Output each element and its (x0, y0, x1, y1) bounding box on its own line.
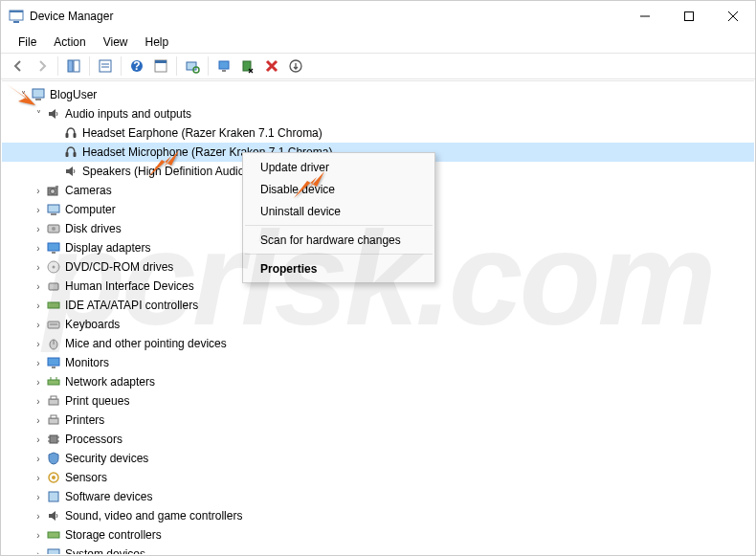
chevron-right-icon[interactable]: › (33, 242, 44, 254)
tb-scan-icon[interactable] (181, 55, 204, 78)
tree-device-label: Headset Earphone (Razer Kraken 7.1 Chrom… (82, 126, 322, 140)
svg-rect-31 (48, 205, 59, 212)
tb-show-hide-icon[interactable] (62, 55, 85, 78)
maximize-button[interactable] (667, 1, 711, 32)
chevron-right-icon[interactable]: › (33, 261, 44, 273)
chevron-right-icon[interactable]: › (33, 395, 44, 407)
tree-category-label: System devices (65, 547, 145, 554)
chevron-right-icon[interactable]: › (33, 204, 44, 215)
ctx-update-driver[interactable]: Update driver (243, 156, 434, 178)
chevron-right-icon[interactable]: › (33, 338, 44, 349)
category-icon (46, 278, 61, 294)
app-icon (9, 9, 24, 24)
chevron-down-icon[interactable]: ˅ (17, 89, 29, 100)
tree-category-label: Sensors (65, 471, 107, 484)
category-icon (46, 432, 61, 447)
tree-category[interactable]: ›IDE ATA/ATAPI controllers (2, 296, 754, 315)
tb-properties-icon[interactable] (94, 55, 117, 78)
svg-rect-53 (51, 415, 56, 418)
tree-category[interactable]: ›Processors (2, 430, 754, 449)
tree-category[interactable]: ›Keyboards (2, 315, 754, 334)
ctx-scan-hardware[interactable]: Scan for hardware changes (243, 229, 434, 251)
tb-separator (121, 56, 122, 76)
chevron-right-icon[interactable]: › (33, 300, 44, 311)
tb-back-icon[interactable] (7, 55, 30, 78)
tree-category[interactable]: ›Network adapters (2, 372, 754, 391)
chevron-right-icon[interactable]: › (33, 472, 44, 483)
chevron-right-icon[interactable]: › (33, 223, 44, 234)
svg-rect-26 (66, 152, 69, 157)
tree-category-label: Disk drives (65, 222, 122, 235)
svg-rect-61 (49, 492, 58, 501)
svg-rect-25 (74, 133, 77, 138)
chevron-right-icon[interactable]: › (33, 434, 44, 445)
tb-disable-icon[interactable] (236, 55, 259, 78)
tree-category[interactable]: ›Monitors (2, 353, 754, 372)
tree-category[interactable]: ›Storage controllers (2, 525, 754, 545)
svg-rect-52 (49, 418, 58, 424)
category-icon (46, 470, 61, 485)
svg-rect-16 (187, 62, 196, 70)
tb-separator (89, 56, 90, 76)
tree-category-label: IDE ATA/ATAPI controllers (65, 299, 198, 312)
chevron-right-icon[interactable]: › (33, 453, 44, 464)
chevron-right-icon[interactable]: › (33, 280, 44, 292)
chevron-right-icon[interactable]: › (33, 185, 44, 196)
menubar: File Action View Help (1, 32, 755, 53)
ctx-uninstall-device[interactable]: Uninstall device (243, 200, 434, 222)
menu-view[interactable]: View (96, 33, 136, 51)
svg-rect-63 (48, 549, 59, 554)
tree-category[interactable]: ›Printers (2, 411, 754, 430)
tree-category[interactable]: ›Mice and other pointing devices (2, 334, 754, 353)
tree-category-audio[interactable]: ˅ Audio inputs and outputs (2, 104, 754, 123)
tree-category-label: DVD/CD-ROM drives (65, 260, 173, 274)
chevron-right-icon[interactable]: › (33, 548, 44, 554)
ctx-disable-device[interactable]: Disable device (243, 178, 434, 200)
category-icon (46, 317, 61, 332)
svg-rect-51 (51, 396, 56, 399)
menu-action[interactable]: Action (46, 33, 93, 51)
chevron-right-icon[interactable]: › (33, 319, 44, 330)
svg-rect-62 (48, 532, 59, 538)
menu-help[interactable]: Help (138, 33, 177, 51)
chevron-down-icon[interactable]: ˅ (33, 108, 44, 120)
chevron-right-icon[interactable]: › (33, 529, 44, 541)
svg-rect-36 (52, 252, 56, 254)
svg-point-60 (52, 476, 56, 479)
svg-rect-47 (48, 380, 59, 385)
svg-rect-54 (50, 435, 57, 443)
tree-root-label: BlogUser (50, 88, 97, 101)
chevron-right-icon[interactable]: › (33, 414, 44, 426)
chevron-right-icon[interactable]: › (33, 491, 44, 502)
svg-rect-15 (155, 60, 167, 63)
close-button[interactable] (711, 1, 755, 32)
tb-uninstall-icon[interactable] (260, 55, 283, 78)
tree-category-label: Printers (65, 413, 104, 427)
tb-forward-icon[interactable] (31, 55, 54, 78)
spacer (50, 166, 61, 177)
tree-category[interactable]: ›Sensors (2, 468, 754, 487)
minimize-button[interactable] (623, 1, 667, 32)
chevron-right-icon[interactable]: › (33, 376, 44, 388)
tree-category[interactable]: ›Security devices (2, 449, 754, 468)
tb-update-driver-icon[interactable] (212, 55, 235, 78)
tree-category[interactable]: ›Software devices (2, 487, 754, 506)
svg-rect-9 (100, 60, 111, 72)
tree-category-label: Print queues (65, 394, 129, 408)
chevron-right-icon[interactable]: › (33, 357, 44, 368)
speaker-icon (46, 106, 61, 122)
tree-category[interactable]: ›Print queues (2, 391, 754, 411)
tb-enable-icon[interactable] (284, 55, 307, 78)
tree-root-node[interactable]: ˅ BlogUser (2, 85, 754, 104)
menu-file[interactable]: File (11, 33, 44, 51)
ctx-properties[interactable]: Properties (243, 257, 434, 279)
category-icon (46, 546, 61, 554)
tree-category[interactable]: ›Sound, video and game controllers (2, 506, 754, 525)
chevron-right-icon[interactable]: › (33, 510, 44, 522)
tb-separator (57, 56, 58, 76)
tree-category[interactable]: ›System devices (2, 545, 754, 554)
tb-action-icon[interactable] (149, 55, 172, 78)
tree-device-headset-earphone[interactable]: Headset Earphone (Razer Kraken 7.1 Chrom… (2, 123, 754, 143)
svg-rect-24 (66, 133, 69, 138)
tb-help-icon[interactable]: ? (125, 55, 148, 78)
